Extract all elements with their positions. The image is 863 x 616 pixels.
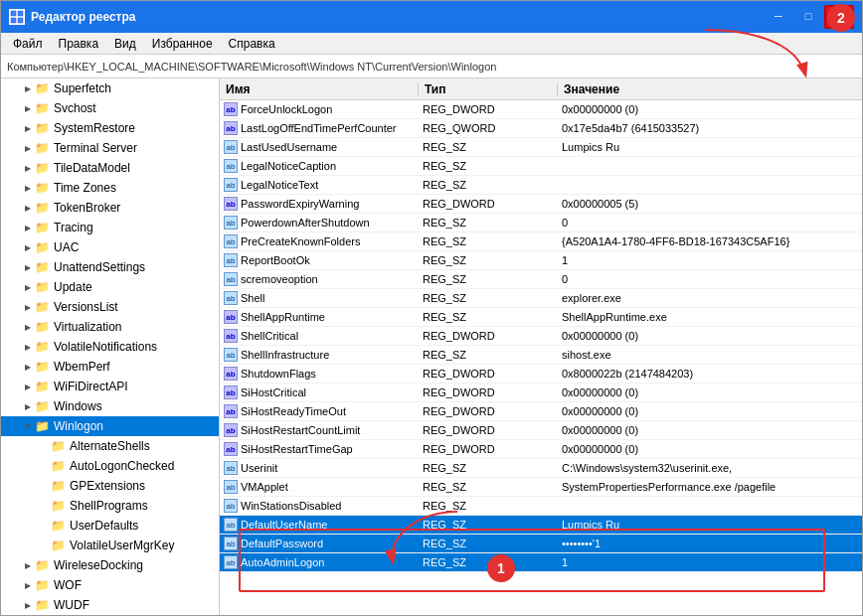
cell-value: 0x17e5da4b7 (6415033527) (558, 122, 862, 134)
table-row[interactable]: abSiHostCriticalREG_DWORD0x00000000 (0) (220, 384, 862, 402)
tree-item[interactable]: 📁Svchost (1, 98, 219, 118)
expand-btn[interactable] (21, 161, 35, 175)
tree-item[interactable]: 📁TileDataModel (1, 158, 219, 178)
table-row[interactable]: abSiHostRestartCountLimitREG_DWORD0x0000… (220, 421, 862, 440)
tree-item[interactable]: 📁AutoLogonChecked (1, 456, 219, 476)
cell-name: abSiHostCritical (220, 385, 419, 399)
table-row[interactable]: abReportBootOkREG_SZ1 (220, 251, 862, 270)
tree-item[interactable]: 📁VersionsList (1, 297, 219, 317)
expand-btn[interactable] (21, 81, 35, 95)
expand-btn[interactable] (21, 141, 35, 155)
folder-icon: 📁 (35, 339, 51, 355)
expand-btn[interactable] (21, 380, 35, 393)
cell-name: abDefaultUserName (220, 518, 419, 532)
expand-btn[interactable] (21, 201, 35, 215)
tree-item[interactable]: 📁Update (1, 277, 219, 297)
table-row[interactable]: abShutdownFlagsREG_DWORD0x8000022b (2147… (220, 365, 862, 384)
tree-label: TokenBroker (54, 201, 120, 215)
table-row[interactable]: abWinStationsDisabledREG_SZ (220, 497, 862, 516)
tree-item[interactable]: 📁WbemPerf (1, 357, 219, 377)
table-row[interactable]: abForceUnlockLogonREG_DWORD0x00000000 (0… (220, 100, 862, 119)
minimize-button[interactable]: ─ (765, 5, 792, 27)
table-body[interactable]: abForceUnlockLogonREG_DWORD0x00000000 (0… (220, 100, 862, 615)
cell-value: SystemPropertiesPerformance.exe /pagefil… (558, 481, 862, 493)
expand-btn[interactable] (21, 221, 35, 234)
cell-type: REG_DWORD (419, 368, 558, 380)
table-row[interactable]: abLastUsedUsernameREG_SZLumpics Ru (220, 138, 862, 157)
expand-btn[interactable] (21, 101, 35, 115)
tree-item[interactable]: 📁VolatileNotifications (1, 337, 219, 357)
tree-label: UserDefaults (70, 519, 138, 533)
table-row[interactable]: abSiHostRestartTimeGapREG_DWORD0x0000000… (220, 440, 862, 459)
tree-item[interactable]: 📁SystemRestore (1, 118, 219, 138)
tree-label: VersionsList (54, 300, 118, 314)
expand-btn[interactable] (21, 399, 35, 413)
tree-item[interactable]: 📁GPExtensions (1, 476, 219, 496)
menu-view[interactable]: Вид (106, 35, 144, 53)
table-row[interactable]: abPasswordExpiryWarningREG_DWORD0x000000… (220, 195, 862, 214)
expand-btn[interactable] (21, 598, 35, 612)
tree-item[interactable]: 📁UnattendSettings (1, 257, 219, 277)
tree-item[interactable]: 📁Winlogon (1, 416, 219, 436)
folder-icon: 📁 (35, 160, 51, 176)
menu-favorites[interactable]: Избранное (144, 35, 221, 53)
table-row[interactable]: abPowerdownAfterShutdownREG_SZ0 (220, 214, 862, 232)
expand-btn[interactable] (21, 181, 35, 195)
table-row[interactable]: abUserinitREG_SZC:\Windows\system32\user… (220, 459, 862, 478)
expand-btn[interactable] (21, 280, 35, 294)
tree-item[interactable]: 📁WireleseDocking (1, 555, 219, 575)
expand-btn[interactable] (21, 240, 35, 254)
expand-btn[interactable] (21, 320, 35, 334)
tree-item[interactable]: 📁Superfetch (1, 78, 219, 98)
tree-item[interactable]: 📁Virtualization (1, 317, 219, 337)
close-button[interactable]: ✕ (824, 5, 854, 29)
table-row[interactable]: abDefaultPasswordREG_SZ••••••••'1 (220, 535, 862, 553)
tree-item[interactable]: 📁WOF (1, 575, 219, 595)
expand-btn[interactable] (21, 578, 35, 592)
tree-item[interactable]: 📁Tracing (1, 218, 219, 237)
table-row[interactable]: abShellInfrastructureREG_SZsihost.exe (220, 346, 862, 365)
tree-item[interactable]: 📁WiFiDirectAPI (1, 377, 219, 396)
table-row[interactable]: abLegalNoticeTextREG_SZ (220, 176, 862, 195)
tree-item[interactable]: 📁ShellPrograms (1, 496, 219, 516)
maximize-button[interactable]: □ (794, 5, 822, 27)
table-row[interactable]: abscremoveoptionREG_SZ0 (220, 270, 862, 289)
expand-btn[interactable] (21, 300, 35, 314)
tree-item[interactable]: 📁TokenBroker (1, 198, 219, 218)
expand-btn[interactable] (21, 340, 35, 354)
dword-icon: ab (224, 367, 238, 381)
tree-item[interactable]: 📁Time Zones (1, 178, 219, 198)
tree-item[interactable]: 📁Terminal Server (1, 138, 219, 158)
tree-item[interactable]: 📁UAC (1, 237, 219, 257)
menu-file[interactable]: Файл (5, 35, 51, 53)
expand-btn[interactable] (21, 419, 35, 433)
expand-btn[interactable] (21, 260, 35, 274)
cell-type: REG_SZ (419, 254, 558, 266)
table-row[interactable]: abVMAppletREG_SZSystemPropertiesPerforma… (220, 478, 862, 497)
table-row[interactable]: abPreCreateKnownFoldersREG_SZ{A520A1A4-1… (220, 232, 862, 251)
table-row[interactable]: abShellAppRuntimeREG_SZShellAppRuntime.e… (220, 308, 862, 327)
cell-type: REG_SZ (419, 179, 558, 191)
tree-item[interactable]: 📁UserDefaults (1, 516, 219, 536)
table-row[interactable]: abDefaultUserNameREG_SZLumpics Ru (220, 516, 862, 535)
table-row[interactable]: abLastLogOffEndTimePerfCounterREG_QWORD0… (220, 119, 862, 138)
tree-item[interactable]: 📁VolatileUserMgrKey (1, 536, 219, 555)
table-row[interactable]: abShellCriticalREG_DWORD0x00000000 (0) (220, 327, 862, 346)
tree-item[interactable]: 📁Windows (1, 396, 219, 416)
table-row[interactable]: abLegalNoticeCaptionREG_SZ (220, 157, 862, 176)
table-row[interactable]: abShellREG_SZexplorer.exe (220, 289, 862, 308)
folder-icon: 📁 (35, 200, 51, 216)
expand-btn[interactable] (21, 558, 35, 572)
folder-icon: 📁 (51, 458, 67, 474)
table-row[interactable]: abSiHostReadyTimeOutREG_DWORD0x00000000 … (220, 402, 862, 421)
expand-btn[interactable] (21, 360, 35, 374)
menu-edit[interactable]: Правка (51, 35, 107, 53)
tree-item[interactable]: 📁WUDF (1, 595, 219, 615)
registry-tree[interactable]: 📁Superfetch📁Svchost📁SystemRestore📁Termin… (1, 78, 220, 615)
expand-btn[interactable] (21, 121, 35, 135)
cell-value: 0x00000000 (0) (558, 405, 862, 417)
menu-help[interactable]: Справка (221, 35, 283, 53)
cell-name: abscremoveoption (220, 272, 419, 286)
tree-item[interactable]: 📁AlternateShells (1, 436, 219, 456)
table-row[interactable]: abAutoAdminLogonREG_SZ1 (220, 553, 862, 572)
